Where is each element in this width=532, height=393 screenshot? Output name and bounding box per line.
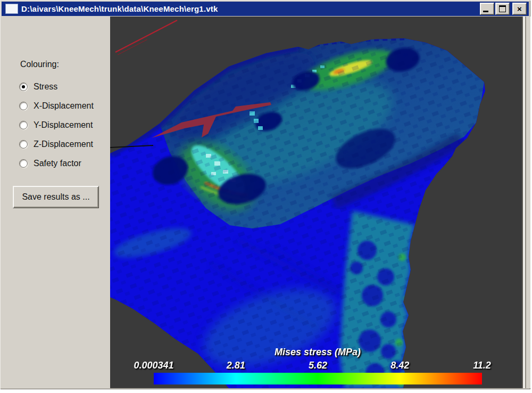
colorbar-tick-0: 0.000341 <box>134 360 173 371</box>
system-menu-icon[interactable] <box>5 4 18 14</box>
colorbar-tick-4: 11.2 <box>473 360 491 371</box>
colorbar-tick-1: 2.81 <box>227 360 245 371</box>
colorbar-tick-2: 5.62 <box>309 360 327 371</box>
radio-y-displacement[interactable]: Y-Displacement <box>19 120 93 130</box>
radio-safety-factor-circle[interactable] <box>19 159 28 168</box>
colorbar-ticks: 0.000341 2.81 5.62 8.42 11.2 <box>154 360 482 371</box>
window-title: D:\aivars\KneeMech\trunk\data\KneeMech\e… <box>21 4 218 13</box>
radio-x-displacement-circle[interactable] <box>19 102 28 110</box>
colorbar-gradient <box>154 373 482 384</box>
radio-x-displacement[interactable]: X-Displacement <box>19 101 94 111</box>
window-controls: × <box>480 3 527 15</box>
close-button[interactable]: × <box>512 3 527 15</box>
maximize-button[interactable] <box>495 3 510 15</box>
colorbar-tick-3: 8.42 <box>390 360 409 371</box>
radio-stress-circle[interactable] <box>19 83 28 91</box>
radio-y-displacement-circle[interactable] <box>19 121 28 129</box>
render-viewport[interactable]: Mises stress (MPa) 0.000341 2.81 5.62 8.… <box>110 17 522 388</box>
title-bar: D:\aivars\KneeMech\trunk\data\KneeMech\e… <box>2 2 529 16</box>
app-window: D:\aivars\KneeMech\trunk\data\KneeMech\e… <box>0 0 530 389</box>
colorbar-title: Mises stress (MPa) <box>238 347 397 358</box>
minimize-icon <box>483 11 488 12</box>
window-right-border <box>522 17 530 388</box>
radio-safety-factor[interactable]: Safety factor <box>19 159 81 168</box>
3d-mesh-render[interactable] <box>110 17 522 388</box>
close-icon: × <box>517 5 522 13</box>
maximize-icon <box>499 5 506 12</box>
save-results-button[interactable]: Save results as ... <box>13 186 99 208</box>
radio-z-displacement-circle[interactable] <box>19 140 28 149</box>
radio-stress[interactable]: Stress <box>19 82 57 92</box>
colouring-label: Colouring: <box>20 60 59 69</box>
minimize-button[interactable] <box>480 3 494 15</box>
radio-z-displacement[interactable]: Z-Displacement <box>19 140 93 149</box>
